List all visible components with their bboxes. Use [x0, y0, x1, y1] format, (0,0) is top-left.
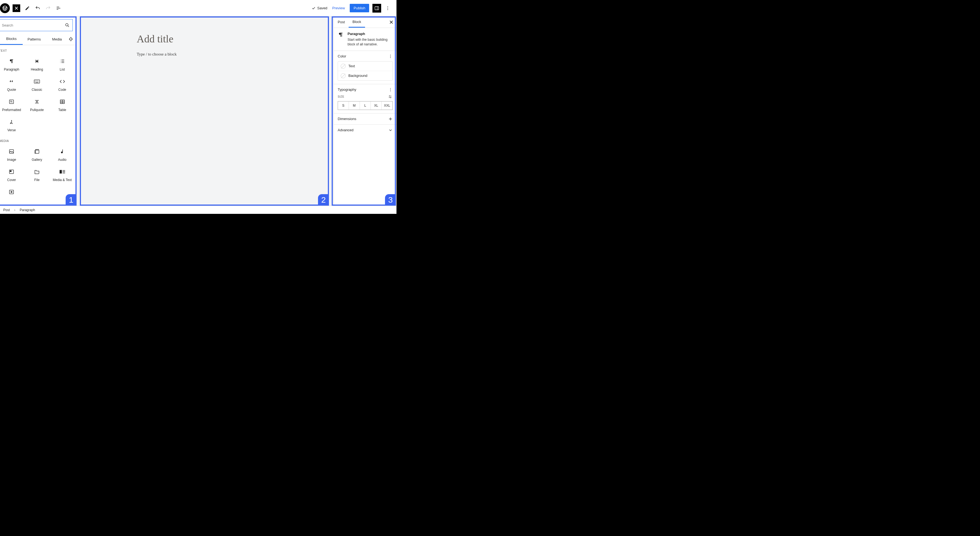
save-status: Saved: [312, 6, 327, 10]
chevron-right-icon: ›: [14, 208, 15, 212]
close-inserter-button[interactable]: [13, 5, 20, 12]
preview-button[interactable]: Preview: [332, 6, 345, 10]
svg-point-2: [387, 8, 388, 8]
more-options-icon[interactable]: [384, 5, 391, 12]
region-overlay-2: 2: [80, 16, 329, 206]
saved-label: Saved: [317, 6, 327, 10]
region-overlay-3: 3: [332, 16, 396, 206]
top-toolbar: Saved Preview Publish: [0, 0, 396, 16]
document-outline-icon[interactable]: [55, 5, 62, 12]
undo-icon[interactable]: [34, 5, 41, 12]
svg-point-3: [387, 9, 388, 10]
svg-point-1: [387, 6, 388, 7]
redo-icon[interactable]: [44, 5, 52, 12]
breadcrumb-block[interactable]: Paragraph: [20, 208, 35, 212]
breadcrumb-post[interactable]: Post: [3, 208, 10, 212]
publish-button[interactable]: Publish: [350, 4, 369, 12]
settings-sidebar-toggle-icon[interactable]: [372, 4, 381, 13]
region-overlay-1: 1: [0, 16, 76, 206]
svg-rect-0: [375, 6, 379, 10]
edit-tool-icon[interactable]: [24, 5, 31, 12]
wordpress-logo-icon[interactable]: [0, 3, 10, 13]
breadcrumb: Post › Paragraph: [0, 206, 396, 214]
